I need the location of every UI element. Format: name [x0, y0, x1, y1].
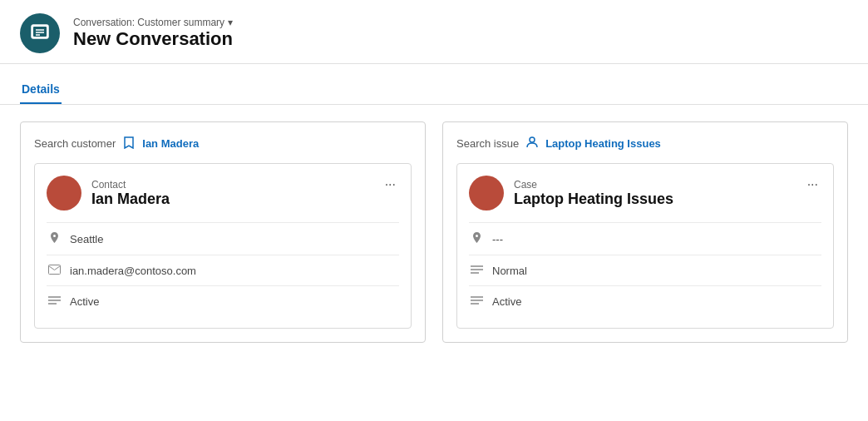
issue-card-header: Case Laptop Heating Issues ··· [469, 176, 821, 210]
customer-status-row: Active [47, 285, 399, 316]
issue-type-label: Case [514, 179, 794, 191]
issue-search-label: Search issue [456, 137, 519, 150]
app-header: Conversation: Customer summary ▾ New Con… [0, 0, 868, 64]
customer-search-bar: Search customer Ian Madera [34, 136, 412, 151]
customer-type-label: Contact [91, 179, 372, 191]
header-text-area: Conversation: Customer summary ▾ New Con… [73, 17, 233, 50]
customer-status: Active [70, 295, 99, 308]
app-logo [20, 13, 60, 53]
issue-avatar [469, 176, 504, 210]
customer-email: ian.madera@contoso.com [70, 265, 196, 277]
customer-card-header: Contact Ian Madera ··· [47, 176, 399, 210]
page-title: New Conversation [73, 28, 233, 50]
customer-name: Ian Madera [91, 191, 372, 208]
customer-more-button[interactable]: ··· [382, 176, 399, 194]
customer-location: Seattle [70, 233, 103, 245]
issue-more-button[interactable]: ··· [804, 176, 821, 194]
customer-panel: Search customer Ian Madera Contact Ian M… [20, 121, 426, 343]
priority-icon [469, 264, 484, 277]
subtitle-text: Conversation: Customer summary [73, 17, 224, 28]
issue-priority-row: Normal [469, 255, 821, 285]
person-icon [525, 136, 539, 151]
customer-search-value[interactable]: Ian Madera [142, 137, 199, 150]
issue-search-bar: Search issue Laptop Heating Issues [456, 136, 834, 151]
issue-case-id: --- [492, 233, 503, 245]
header-subtitle[interactable]: Conversation: Customer summary ▾ [73, 17, 233, 28]
svg-point-9 [530, 137, 535, 142]
issue-priority: Normal [492, 265, 527, 277]
issue-search-value[interactable]: Laptop Heating Issues [545, 137, 661, 150]
issue-info-card: Case Laptop Heating Issues ··· --- [456, 163, 834, 329]
customer-title-area: Contact Ian Madera [91, 179, 372, 208]
customer-avatar [47, 176, 81, 210]
customer-info-card: Contact Ian Madera ··· Seattle [34, 163, 412, 329]
case-id-icon [469, 231, 484, 246]
issue-panel: Search issue Laptop Heating Issues Case … [442, 121, 848, 343]
location-icon [47, 231, 62, 246]
customer-email-row: ian.madera@contoso.com [47, 255, 399, 285]
customer-search-label: Search customer [34, 137, 116, 150]
status-icon [47, 295, 62, 308]
svg-rect-4 [32, 25, 48, 38]
issue-status: Active [492, 295, 521, 308]
conversation-icon [30, 23, 50, 43]
bookmark-icon [122, 136, 136, 151]
svg-rect-0 [32, 26, 47, 37]
tabs-area: Details [0, 64, 868, 105]
issue-name: Laptop Heating Issues [514, 191, 794, 208]
email-icon [47, 264, 62, 277]
customer-location-row: Seattle [47, 222, 399, 255]
main-content: Search customer Ian Madera Contact Ian M… [0, 105, 868, 359]
tab-details[interactable]: Details [20, 77, 62, 104]
issue-status-icon [469, 295, 484, 308]
chevron-down-icon: ▾ [228, 17, 233, 28]
issue-status-row: Active [469, 285, 821, 316]
issue-title-area: Case Laptop Heating Issues [514, 179, 794, 208]
issue-id-row: --- [469, 222, 821, 255]
